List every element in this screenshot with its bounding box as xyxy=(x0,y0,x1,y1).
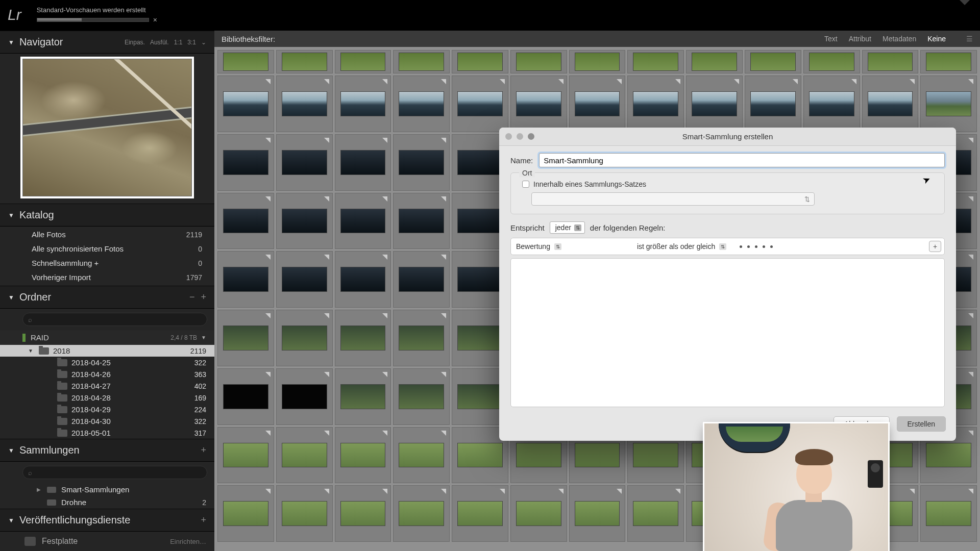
thumbnail-cell[interactable] xyxy=(276,427,333,484)
thumbnail-cell[interactable] xyxy=(335,485,391,542)
thumbnail-cell[interactable] xyxy=(510,76,567,132)
thumbnail-cell[interactable] xyxy=(452,50,508,73)
thumbnail-cell[interactable] xyxy=(627,50,684,73)
filter-option[interactable]: Metadaten xyxy=(883,35,916,43)
folder-year[interactable]: ▼ 2018 2119 xyxy=(0,345,214,357)
thumbnail-cell[interactable] xyxy=(276,485,333,542)
thumbnail-cell[interactable] xyxy=(393,134,450,191)
filter-option[interactable]: Keine xyxy=(927,35,946,43)
thumbnail-cell[interactable] xyxy=(393,368,450,425)
thumbnail-cell[interactable] xyxy=(276,310,333,366)
thumbnail-cell[interactable] xyxy=(335,251,391,308)
volume-row[interactable]: RAID 2,4 / 8 TB ▼ xyxy=(0,330,214,345)
section-publish[interactable]: ▼ Veröffentlichungsdienste + xyxy=(0,509,214,532)
thumbnail-cell[interactable] xyxy=(335,368,391,425)
thumbnail-cell[interactable] xyxy=(217,310,274,366)
thumbnail-cell[interactable] xyxy=(803,50,860,73)
collection-item[interactable]: ▶Smart-Sammlungen xyxy=(0,483,214,496)
collections-plus-icon[interactable]: + xyxy=(201,445,206,456)
thumbnail-cell[interactable] xyxy=(393,193,450,249)
section-catalog[interactable]: ▼ Katalog xyxy=(0,204,214,227)
folders-search-input[interactable]: ⌕ xyxy=(22,313,207,326)
subfolder-item[interactable]: ▶2018-04-25322 xyxy=(0,357,214,368)
thumbnail-cell[interactable] xyxy=(569,485,626,542)
thumbnail-cell[interactable] xyxy=(452,485,508,542)
thumbnail-cell[interactable] xyxy=(393,485,450,542)
section-collections[interactable]: ▼ Sammlungen + xyxy=(0,439,214,462)
create-button[interactable]: Erstellen xyxy=(897,416,946,432)
thumbnail-cell[interactable] xyxy=(335,193,391,249)
dialog-titlebar[interactable]: Smart-Sammlung erstellen xyxy=(499,128,956,146)
filter-option[interactable]: Attribut xyxy=(849,35,871,43)
filter-option[interactable]: Text xyxy=(824,35,838,43)
thumbnail-cell[interactable] xyxy=(862,50,919,73)
thumbnail-cell[interactable] xyxy=(920,485,977,542)
catalog-item[interactable]: Vorheriger Import1797 xyxy=(0,270,214,285)
progress-cancel-icon[interactable]: × xyxy=(153,16,157,24)
folders-plus-icon[interactable]: + xyxy=(201,292,206,303)
thumbnail-cell[interactable] xyxy=(217,50,274,73)
thumbnail-cell[interactable] xyxy=(510,485,567,542)
inside-set-checkbox[interactable]: Innerhalb eines Sammlungs-Satzes xyxy=(519,180,936,188)
setup-link[interactable]: Einrichten… xyxy=(170,538,206,545)
thumbnail-cell[interactable] xyxy=(335,50,391,73)
rule-field-select[interactable]: Bewertung ⇅ xyxy=(516,242,561,251)
thumbnail-cell[interactable] xyxy=(276,368,333,425)
thumbnail-cell[interactable] xyxy=(276,50,333,73)
thumbnail-cell[interactable] xyxy=(862,76,919,132)
thumbnail-cell[interactable] xyxy=(745,76,801,132)
thumbnail-cell[interactable] xyxy=(393,427,450,484)
thumbnail-cell[interactable] xyxy=(393,251,450,308)
thumbnail-cell[interactable] xyxy=(393,310,450,366)
thumbnail-cell[interactable] xyxy=(217,134,274,191)
thumbnail-cell[interactable] xyxy=(393,50,450,73)
navigator-preview[interactable] xyxy=(22,59,192,196)
filter-preset-icon[interactable]: ☰ xyxy=(966,35,973,43)
thumbnail-cell[interactable] xyxy=(217,193,274,249)
thumbnail-cell[interactable] xyxy=(335,134,391,191)
match-mode-select[interactable]: jeder ⇅ xyxy=(550,221,585,234)
thumbnail-cell[interactable] xyxy=(276,134,333,191)
thumbnail-cell[interactable] xyxy=(335,76,391,132)
section-navigator[interactable]: ▼ Navigator Einpas. Ausfül. 1:1 3:1 ⌄ xyxy=(0,31,214,54)
subfolder-item[interactable]: ▶2018-04-29224 xyxy=(0,404,214,415)
window-zoom-icon[interactable] xyxy=(528,133,534,140)
thumbnail-cell[interactable] xyxy=(217,76,274,132)
subfolder-item[interactable]: ▶2018-05-01317 xyxy=(0,427,214,439)
thumbnail-cell[interactable] xyxy=(217,427,274,484)
publish-plus-icon[interactable]: + xyxy=(201,515,206,525)
subfolder-item[interactable]: ▶2018-04-28169 xyxy=(0,392,214,404)
thumbnail-cell[interactable] xyxy=(335,310,391,366)
add-rule-button[interactable]: + xyxy=(929,241,941,252)
name-input[interactable] xyxy=(539,153,945,167)
thumbnail-cell[interactable] xyxy=(217,485,274,542)
thumbnail-cell[interactable] xyxy=(627,485,684,542)
thumbnail-cell[interactable] xyxy=(276,193,333,249)
thumbnail-cell[interactable] xyxy=(452,76,508,132)
thumbnail-cell[interactable] xyxy=(803,76,860,132)
thumbnail-cell[interactable] xyxy=(569,50,626,73)
top-panel-collapse-icon[interactable] xyxy=(960,0,970,5)
thumbnail-cell[interactable] xyxy=(920,76,977,132)
rating-value[interactable] xyxy=(740,245,773,248)
thumbnail-cell[interactable] xyxy=(393,76,450,132)
thumbnail-cell[interactable] xyxy=(335,427,391,484)
navigator-zoom-modes[interactable]: Einpas. Ausfül. 1:1 3:1 ⌄ xyxy=(125,39,206,46)
window-close-icon[interactable] xyxy=(505,133,512,140)
window-minimize-icon[interactable] xyxy=(517,133,523,140)
chevron-down-icon[interactable]: ▼ xyxy=(201,335,206,340)
thumbnail-cell[interactable] xyxy=(217,251,274,308)
thumbnail-cell[interactable] xyxy=(510,50,567,73)
thumbnail-cell[interactable] xyxy=(569,76,626,132)
section-folders[interactable]: ▼ Ordner − + xyxy=(0,286,214,309)
publish-service[interactable]: FestplatteEinrichten… xyxy=(0,532,214,551)
folders-minus-icon[interactable]: − xyxy=(189,292,195,303)
subfolder-item[interactable]: ▶2018-04-26363 xyxy=(0,368,214,380)
thumbnail-cell[interactable] xyxy=(686,50,743,73)
thumbnail-cell[interactable] xyxy=(920,50,977,73)
catalog-item[interactable]: Alle synchronisierten Fotos0 xyxy=(0,242,214,256)
thumbnail-cell[interactable] xyxy=(217,368,274,425)
thumbnail-cell[interactable] xyxy=(627,76,684,132)
thumbnail-cell[interactable] xyxy=(745,50,801,73)
subfolder-item[interactable]: ▶2018-04-27402 xyxy=(0,380,214,392)
